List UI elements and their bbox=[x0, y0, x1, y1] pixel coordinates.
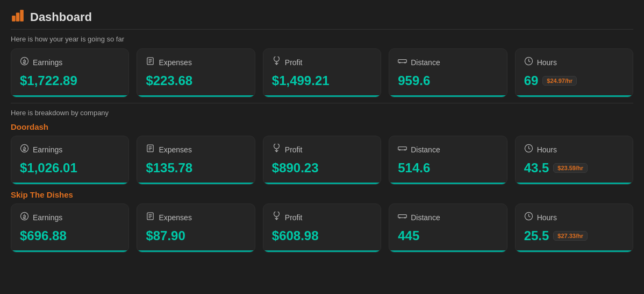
card-dd-expenses: Expenses$135.78 bbox=[137, 136, 255, 185]
breakdown-section: Here is breakdown by company DoordashEar… bbox=[11, 109, 633, 253]
std-expenses-icon bbox=[146, 212, 155, 223]
card-value-dd-hours: 43.5 bbox=[524, 160, 549, 176]
company-name-doordash: Doordash bbox=[11, 122, 633, 131]
card-label-std-hours: Hours bbox=[537, 213, 557, 222]
card-value-dd-earnings: $1,026.01 bbox=[20, 160, 77, 176]
summary-cards-row: Earnings$1,722.89Expenses$223.68Profit$1… bbox=[11, 48, 633, 97]
card-value-dd-expenses: $135.78 bbox=[146, 160, 192, 176]
company-cards-doordash: Earnings$1,026.01Expenses$135.78Profit$8… bbox=[11, 136, 633, 185]
card-value-expenses: $223.68 bbox=[146, 73, 192, 88]
card-earnings: Earnings$1,722.89 bbox=[11, 48, 129, 97]
svg-point-9 bbox=[404, 62, 406, 64]
std-earnings-icon bbox=[20, 212, 29, 223]
card-value-dd-profit: $890.23 bbox=[272, 160, 319, 176]
svg-point-16 bbox=[399, 149, 400, 151]
card-value-std-hours: 25.5 bbox=[524, 228, 549, 243]
breakdown-label: Here is breakdown by company bbox=[11, 109, 633, 117]
card-label-std-earnings: Earnings bbox=[33, 213, 62, 222]
card-std-expenses: Expenses$87.90 bbox=[137, 204, 255, 253]
card-badge-std-hours: $27.33/hr bbox=[553, 231, 588, 241]
card-label-dd-distance: Distance bbox=[411, 145, 440, 154]
card-badge-hours: $24.97/hr bbox=[542, 76, 577, 86]
dd-profit-icon bbox=[272, 144, 281, 155]
summary-label: Here is how your year is going so far bbox=[11, 35, 633, 43]
card-label-distance: Distance bbox=[411, 58, 440, 67]
card-dd-earnings: Earnings$1,026.01 bbox=[11, 136, 129, 185]
card-std-earnings: Earnings$696.88 bbox=[11, 204, 129, 253]
card-value-profit: $1,499.21 bbox=[272, 73, 330, 88]
hours-icon bbox=[524, 57, 533, 68]
svg-point-25 bbox=[404, 217, 406, 219]
company-doordash: DoordashEarnings$1,026.01Expenses$135.78… bbox=[11, 122, 633, 185]
std-distance-icon bbox=[398, 212, 407, 223]
dd-hours-icon bbox=[524, 144, 533, 155]
card-label-dd-expenses: Expenses bbox=[159, 145, 191, 154]
card-std-hours: Hours25.5$27.33/hr bbox=[515, 204, 633, 253]
card-distance: Distance959.6 bbox=[389, 48, 507, 97]
card-value-distance: 959.6 bbox=[398, 73, 430, 88]
card-std-distance: Distance445 bbox=[389, 204, 507, 253]
svg-point-24 bbox=[399, 217, 400, 219]
dd-expenses-icon bbox=[146, 144, 155, 155]
card-dd-distance: Distance514.6 bbox=[389, 136, 507, 185]
svg-point-8 bbox=[399, 62, 400, 64]
card-value-std-distance: 445 bbox=[398, 228, 419, 243]
company-skip-the-dishes: Skip The DishesEarnings$696.88Expenses$8… bbox=[11, 190, 633, 253]
card-expenses: Expenses$223.68 bbox=[137, 48, 255, 97]
card-badge-dd-hours: $23.59/hr bbox=[553, 163, 588, 173]
earnings-icon bbox=[20, 57, 29, 68]
std-hours-icon bbox=[524, 212, 533, 223]
svg-rect-2 bbox=[20, 10, 24, 22]
card-label-dd-profit: Profit bbox=[285, 145, 303, 154]
card-label-dd-earnings: Earnings bbox=[33, 145, 62, 154]
card-label-std-profit: Profit bbox=[285, 213, 303, 222]
card-label-expenses: Expenses bbox=[159, 58, 191, 67]
dashboard-icon bbox=[11, 9, 25, 26]
companies-container: DoordashEarnings$1,026.01Expenses$135.78… bbox=[11, 122, 633, 253]
dd-distance-icon bbox=[398, 144, 407, 155]
card-dd-profit: Profit$890.23 bbox=[263, 136, 381, 185]
company-name-skip-the-dishes: Skip The Dishes bbox=[11, 190, 633, 199]
card-value-std-expenses: $87.90 bbox=[146, 228, 185, 243]
card-value-hours: 69 bbox=[524, 73, 539, 88]
svg-rect-0 bbox=[12, 16, 16, 22]
card-value-earnings: $1,722.89 bbox=[20, 73, 77, 88]
dd-earnings-icon bbox=[20, 144, 29, 155]
page-title: Dashboard bbox=[30, 10, 92, 24]
card-profit: Profit$1,499.21 bbox=[263, 48, 381, 97]
card-label-hours: Hours bbox=[537, 58, 557, 67]
company-cards-skip-the-dishes: Earnings$696.88Expenses$87.90Profit$608.… bbox=[11, 204, 633, 253]
profit-icon bbox=[272, 57, 281, 68]
expenses-icon bbox=[146, 57, 155, 68]
card-dd-hours: Hours43.5$23.59/hr bbox=[515, 136, 633, 185]
header: Dashboard bbox=[11, 9, 633, 26]
card-label-dd-hours: Hours bbox=[537, 145, 557, 154]
card-std-profit: Profit$608.98 bbox=[263, 204, 381, 253]
card-label-std-distance: Distance bbox=[411, 213, 440, 222]
card-value-dd-distance: 514.6 bbox=[398, 160, 430, 176]
summary-section: Here is how your year is going so far Ea… bbox=[11, 35, 633, 97]
svg-point-17 bbox=[404, 149, 406, 151]
card-hours: Hours69$24.97/hr bbox=[515, 48, 633, 97]
std-profit-icon bbox=[272, 212, 281, 223]
card-value-std-profit: $608.98 bbox=[272, 228, 319, 243]
svg-rect-1 bbox=[16, 13, 20, 22]
card-label-earnings: Earnings bbox=[33, 58, 62, 67]
card-value-std-earnings: $696.88 bbox=[20, 228, 67, 243]
card-label-std-expenses: Expenses bbox=[159, 213, 191, 222]
distance-icon bbox=[398, 57, 407, 68]
card-label-profit: Profit bbox=[285, 58, 303, 67]
